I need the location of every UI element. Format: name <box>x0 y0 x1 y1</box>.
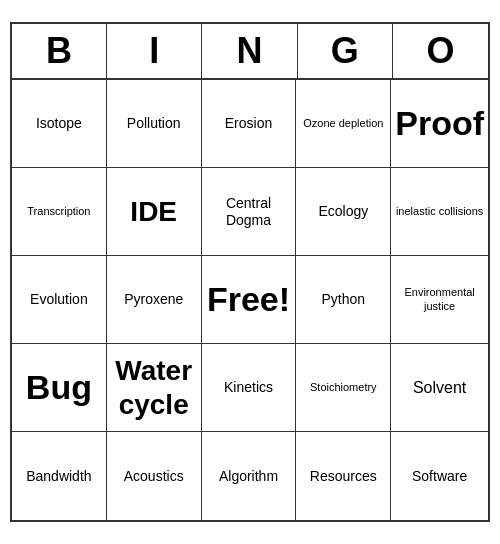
bingo-grid: IsotopePollutionErosionOzone depletionPr… <box>12 80 488 520</box>
bingo-cell: Bandwidth <box>12 432 107 520</box>
bingo-cell: Acoustics <box>107 432 202 520</box>
bingo-header: BINGO <box>12 24 488 80</box>
bingo-cell: Bug <box>12 344 107 432</box>
bingo-cell: Resources <box>296 432 391 520</box>
bingo-cell: Central Dogma <box>202 168 297 256</box>
cell-text: Water cycle <box>111 354 197 421</box>
bingo-cell: Pyroxene <box>107 256 202 344</box>
cell-text: Ozone depletion <box>303 117 383 130</box>
bingo-cell: Erosion <box>202 80 297 168</box>
header-letter: B <box>12 24 107 78</box>
cell-text: Proof <box>395 103 484 144</box>
cell-text: Ecology <box>318 203 368 220</box>
cell-text: Acoustics <box>124 468 184 485</box>
bingo-card: BINGO IsotopePollutionErosionOzone deple… <box>10 22 490 522</box>
bingo-cell: Transcription <box>12 168 107 256</box>
cell-text: Central Dogma <box>206 195 292 229</box>
cell-text: Pollution <box>127 115 181 132</box>
cell-text: Isotope <box>36 115 82 132</box>
bingo-cell: Ecology <box>296 168 391 256</box>
bingo-cell: Kinetics <box>202 344 297 432</box>
cell-text: Solvent <box>413 378 466 397</box>
cell-text: Software <box>412 468 467 485</box>
bingo-cell: Proof <box>391 80 488 168</box>
header-letter: G <box>298 24 393 78</box>
cell-text: Kinetics <box>224 379 273 396</box>
bingo-cell: Solvent <box>391 344 488 432</box>
bingo-cell: Software <box>391 432 488 520</box>
cell-text: Resources <box>310 468 377 485</box>
cell-text: Bug <box>26 367 92 408</box>
bingo-cell: IDE <box>107 168 202 256</box>
header-letter: I <box>107 24 202 78</box>
bingo-cell: Water cycle <box>107 344 202 432</box>
cell-text: inelastic collisions <box>396 205 483 218</box>
cell-text: Transcription <box>27 205 90 218</box>
cell-text: Bandwidth <box>26 468 91 485</box>
cell-text: Python <box>322 291 366 308</box>
bingo-cell: Ozone depletion <box>296 80 391 168</box>
cell-text: IDE <box>130 195 177 229</box>
bingo-cell: inelastic collisions <box>391 168 488 256</box>
cell-text: Pyroxene <box>124 291 183 308</box>
cell-text: Stoichiometry <box>310 381 377 394</box>
bingo-cell: Algorithm <box>202 432 297 520</box>
bingo-cell: Free! <box>202 256 297 344</box>
bingo-cell: Pollution <box>107 80 202 168</box>
bingo-cell: Python <box>296 256 391 344</box>
bingo-cell: Evolution <box>12 256 107 344</box>
bingo-cell: Stoichiometry <box>296 344 391 432</box>
bingo-cell: Environmental justice <box>391 256 488 344</box>
cell-text: Environmental justice <box>395 286 484 312</box>
header-letter: O <box>393 24 488 78</box>
cell-text: Free! <box>207 279 290 320</box>
cell-text: Evolution <box>30 291 88 308</box>
bingo-cell: Isotope <box>12 80 107 168</box>
cell-text: Erosion <box>225 115 272 132</box>
header-letter: N <box>202 24 297 78</box>
cell-text: Algorithm <box>219 468 278 485</box>
